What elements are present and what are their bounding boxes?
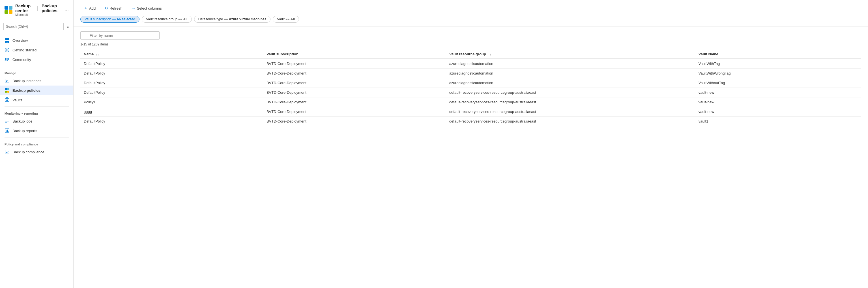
svg-rect-12: [5, 79, 9, 82]
select-columns-button[interactable]: → Select columns: [128, 4, 165, 12]
sidebar-divider-manage: [4, 66, 69, 66]
svg-marker-9: [6, 49, 8, 51]
filter-chip-datasource-type[interactable]: Datasource type == Azure Virtual machine…: [194, 16, 271, 23]
items-count: 1-15 of 1209 items: [80, 42, 861, 46]
svg-rect-27: [8, 131, 8, 132]
refresh-icon: ↻: [105, 6, 108, 10]
name-filter-input[interactable]: [80, 31, 160, 39]
column-header-vault-resource-group[interactable]: Vault resource group ↑↓: [446, 50, 695, 59]
table-cell-vault-subscription: BVTD-Core-Deployment: [263, 88, 446, 98]
table-cell-vault-subscription: BVTD-Core-Deployment: [263, 117, 446, 126]
column-header-vault-subscription: Vault subscription: [263, 50, 446, 59]
overview-icon: [4, 38, 10, 43]
getting-started-icon: [4, 47, 10, 52]
sidebar-search-input[interactable]: [3, 23, 64, 30]
table-cell-vault-resource-group: default-recoveryservices-resourcegroup-a…: [446, 88, 695, 98]
sidebar-item-label: Backup policies: [12, 88, 40, 93]
filter-label: Vault subscription ==: [85, 17, 117, 21]
sidebar-item-overview[interactable]: Overview: [0, 36, 73, 45]
sidebar-item-label: Overview: [12, 38, 28, 43]
sidebar-item-getting-started[interactable]: Getting started: [0, 45, 73, 55]
sort-icon-vault-rg: ↑↓: [488, 52, 491, 56]
table-row: DefaultPolicyBVTD-Core-Deploymentazuredi…: [80, 69, 861, 78]
table-cell-vault-subscription: BVTD-Core-Deployment: [263, 107, 446, 117]
svg-rect-1: [9, 6, 12, 10]
sidebar-item-label: Community: [12, 58, 31, 62]
section-label-policy: Policy and compliance: [0, 139, 73, 147]
table-cell-vault-resource-group: default-recoveryservices-resourcegroup-a…: [446, 117, 695, 126]
filter-value: 66 selected: [117, 17, 135, 21]
filter-chip-vault[interactable]: Vault == All: [273, 16, 299, 23]
table-cell-vault-subscription: BVTD-Core-Deployment: [263, 98, 446, 107]
refresh-button[interactable]: ↻ Refresh: [101, 4, 126, 12]
sidebar-item-label: Backup jobs: [12, 119, 33, 123]
table-cell-vault-name: VaultWithWrongTag: [695, 69, 861, 78]
svg-point-11: [7, 58, 9, 60]
community-icon: [4, 57, 10, 62]
filter-label: Vault resource group ==: [146, 17, 183, 21]
main-header: ＋ Add ↻ Refresh → Select columns Vault s…: [73, 0, 868, 27]
section-label-manage: Manage: [0, 68, 73, 76]
table-cell-vault-name: vault1: [695, 117, 861, 126]
table-cell-vault-resource-group: default-recoveryservices-resourcegroup-a…: [446, 107, 695, 117]
add-icon: ＋: [84, 6, 88, 11]
filter-value: All: [183, 17, 187, 21]
svg-rect-14: [6, 81, 7, 82]
main-body: 🔍 1-15 of 1209 items Name ↑↓ Vault subsc…: [73, 27, 868, 288]
sidebar-item-backup-jobs[interactable]: Backup jobs: [0, 116, 73, 126]
app-title: Backup center: [15, 3, 33, 13]
table-cell-name: Policy1: [80, 98, 263, 107]
table-cell-vault-resource-group: azurediagnosticautomation: [446, 78, 695, 88]
filter-value: All: [290, 17, 295, 21]
sidebar-item-label: Vaults: [12, 98, 22, 102]
sidebar-item-label: Backup instances: [12, 79, 41, 83]
table-cell-vault-resource-group: azurediagnosticautomation: [446, 59, 695, 69]
column-header-vault-name: Vault Name: [695, 50, 861, 59]
policies-table: Name ↑↓ Vault subscription Vault resourc…: [80, 50, 861, 126]
select-columns-label: Select columns: [137, 6, 162, 10]
sidebar-navigation: Overview Getting started Community: [0, 33, 73, 288]
column-header-name[interactable]: Name ↑↓: [80, 50, 263, 59]
table-cell-vault-name: vault-new: [695, 88, 861, 98]
sidebar-collapse-button[interactable]: «: [65, 24, 70, 29]
sidebar-item-label: Getting started: [12, 48, 36, 52]
svg-point-10: [5, 58, 7, 60]
sort-icon-name: ↑↓: [96, 52, 99, 56]
table-cell-vault-subscription: BVTD-Core-Deployment: [263, 78, 446, 88]
sidebar-item-backup-compliance[interactable]: Backup compliance: [0, 147, 73, 157]
more-options-icon[interactable]: ···: [64, 7, 69, 13]
svg-rect-17: [5, 91, 7, 93]
svg-rect-6: [5, 41, 7, 43]
svg-rect-28: [5, 150, 9, 154]
section-label-monitoring: Monitoring + reporting: [0, 108, 73, 116]
svg-rect-19: [5, 99, 9, 102]
filter-chip-vault-resource-group[interactable]: Vault resource group == All: [142, 16, 192, 23]
svg-rect-25: [6, 131, 6, 132]
app-subtitle: Microsoft: [15, 13, 62, 16]
table-cell-vault-resource-group: default-recoveryservices-resourcegroup-a…: [446, 98, 695, 107]
sidebar-item-label: Backup compliance: [12, 150, 44, 154]
sidebar-item-vaults[interactable]: Vaults: [0, 95, 73, 105]
backup-jobs-icon: [4, 118, 10, 124]
sidebar-item-community[interactable]: Community: [0, 55, 73, 64]
svg-rect-2: [4, 10, 8, 14]
svg-rect-0: [4, 6, 8, 10]
svg-rect-3: [9, 10, 12, 14]
svg-rect-7: [7, 41, 9, 43]
table-header: Name ↑↓ Vault subscription Vault resourc…: [80, 50, 861, 59]
sidebar-item-backup-reports[interactable]: Backup reports: [0, 126, 73, 136]
table-cell-name: DefaultPolicy: [80, 69, 263, 78]
filter-chip-vault-subscription[interactable]: Vault subscription == 66 selected: [80, 16, 140, 23]
table-row: DefaultPolicyBVTD-Core-Deploymentazuredi…: [80, 78, 861, 88]
select-columns-icon: →: [131, 6, 135, 10]
page-title: Backup policies: [41, 3, 62, 13]
main-toolbar: ＋ Add ↻ Refresh → Select columns: [80, 4, 861, 16]
table-row: DefaultPolicyBVTD-Core-Deploymentazuredi…: [80, 59, 861, 69]
add-button[interactable]: ＋ Add: [80, 4, 99, 12]
table-cell-vault-name: VaultWithoutTag: [695, 78, 861, 88]
sidebar-item-backup-instances[interactable]: Backup instances: [0, 76, 73, 85]
filter-label: Datasource type ==: [198, 17, 229, 21]
table-row: DefaultPolicyBVTD-Core-Deploymentdefault…: [80, 88, 861, 98]
sidebar-item-backup-policies[interactable]: Backup policies: [0, 85, 73, 95]
vaults-icon: [4, 98, 10, 103]
